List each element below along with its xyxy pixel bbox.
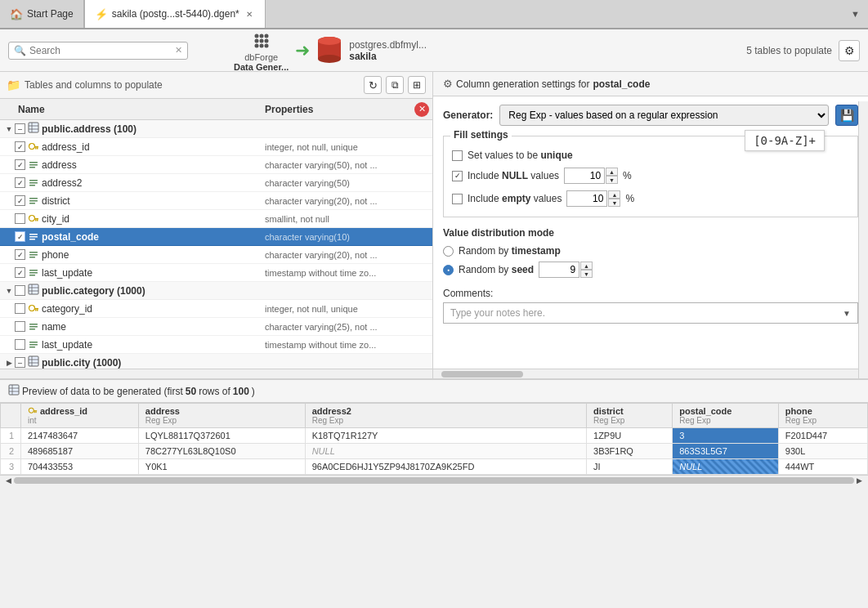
null-pct-down-btn[interactable]: ▼ bbox=[606, 176, 618, 184]
radio-seed[interactable]: ● bbox=[443, 265, 454, 275]
search-clear-icon[interactable]: ✕ bbox=[175, 45, 182, 56]
right-panel-hscroll[interactable] bbox=[433, 369, 868, 378]
checkbox-city[interactable]: – bbox=[15, 357, 25, 368]
checkbox-address-col[interactable]: ✓ bbox=[15, 159, 25, 170]
svg-rect-50 bbox=[35, 309, 37, 311]
checkbox-address-id[interactable]: ✓ bbox=[15, 141, 25, 152]
svg-point-65 bbox=[29, 408, 34, 413]
empty-pct-down-btn[interactable]: ▼ bbox=[608, 199, 620, 207]
row1-num: 1 bbox=[1, 428, 21, 444]
tab-sakila[interactable]: ⚡ sakila (postg...st-5440).dgen* ✕ bbox=[84, 0, 266, 28]
row-category-last-update[interactable]: last_update timestamp without time zo... bbox=[0, 336, 432, 354]
col-district-name: district bbox=[42, 195, 260, 207]
row2-address2: NULL bbox=[305, 444, 586, 459]
delete-all-btn[interactable]: ✕ bbox=[414, 102, 429, 117]
null-pct-input[interactable] bbox=[564, 168, 605, 184]
settings-btn[interactable]: ⚙ bbox=[839, 40, 860, 61]
radio-timestamp[interactable] bbox=[443, 246, 454, 257]
checkbox-include-null[interactable]: ✓ bbox=[452, 171, 463, 181]
generator-label: Generator: bbox=[443, 110, 493, 121]
checkbox-set-unique[interactable] bbox=[452, 150, 463, 161]
checkbox-cat-last-update[interactable] bbox=[15, 339, 25, 350]
set-unique-label: Set values to be unique bbox=[468, 150, 573, 161]
prev-scroll-left-btn[interactable]: ◀ bbox=[3, 476, 14, 485]
row-category-name[interactable]: name character varying(25), not ... bbox=[0, 318, 432, 336]
seed-up-btn[interactable]: ▲ bbox=[580, 262, 593, 270]
left-panel: 📁 Tables and columns to populate ↻ ⧉ ⊞ N… bbox=[0, 72, 433, 378]
table-icon-city bbox=[28, 355, 39, 369]
svg-rect-23 bbox=[29, 167, 35, 168]
row-address-id[interactable]: ✓ address_id integer, not null, unique bbox=[0, 138, 432, 156]
seed-input[interactable] bbox=[539, 262, 579, 278]
svg-rect-13 bbox=[29, 123, 38, 132]
checkbox-phone[interactable]: ✓ bbox=[15, 249, 25, 260]
copy-btn[interactable]: ⧉ bbox=[386, 76, 404, 94]
svg-rect-27 bbox=[29, 198, 38, 199]
search-input[interactable] bbox=[29, 45, 172, 56]
col-header-phone: phone Reg Exp bbox=[778, 404, 867, 428]
tab-start-page[interactable]: 🏠 Start Page bbox=[0, 0, 84, 28]
expand-city-btn[interactable]: ▶ bbox=[3, 357, 15, 369]
row1-address: LQYL88117Q372601 bbox=[138, 428, 305, 444]
col-category-id-props: integer, not null, unique bbox=[260, 304, 411, 314]
svg-point-8 bbox=[264, 43, 268, 47]
comments-dropdown-btn[interactable]: ▼ bbox=[843, 309, 851, 318]
checkbox-category-name[interactable] bbox=[15, 321, 25, 332]
copy2-btn[interactable]: ⊞ bbox=[408, 76, 426, 94]
row-postal-code[interactable]: ✓ postal_code character varying(10) bbox=[0, 228, 432, 246]
empty-pct-input[interactable] bbox=[566, 190, 607, 207]
checkbox-city-id[interactable] bbox=[15, 213, 25, 224]
seed-down-btn[interactable]: ▼ bbox=[580, 270, 593, 278]
row-category-id[interactable]: category_id integer, not null, unique bbox=[0, 300, 432, 318]
svg-point-47 bbox=[29, 305, 35, 311]
row-last-update[interactable]: ✓ last_update timestamp without time zo.… bbox=[0, 264, 432, 282]
row3-phone: 444WT bbox=[778, 459, 867, 475]
row-phone[interactable]: ✓ phone character varying(20), not ... bbox=[0, 246, 432, 264]
checkbox-address[interactable]: – bbox=[15, 123, 25, 134]
row-address[interactable]: ✓ address character varying(50), not ... bbox=[0, 156, 432, 174]
row2-num: 2 bbox=[1, 444, 21, 459]
svg-point-1 bbox=[259, 34, 263, 38]
checkbox-last-update[interactable]: ✓ bbox=[15, 267, 25, 278]
svg-rect-28 bbox=[29, 200, 38, 202]
generator-select[interactable]: Reg Exp - values based on a regular expr… bbox=[499, 105, 829, 126]
row1-address2: K18TQ71R127Y bbox=[305, 428, 586, 444]
group-row-address[interactable]: ▼ – public.address (100) bbox=[0, 120, 432, 138]
svg-rect-39 bbox=[29, 257, 35, 258]
svg-rect-25 bbox=[29, 182, 38, 184]
refresh-btn[interactable]: ↻ bbox=[364, 76, 382, 94]
tab-overflow-btn[interactable]: ▼ bbox=[843, 0, 868, 28]
preview-hscroll[interactable]: ◀ ▶ bbox=[0, 475, 868, 485]
checkbox-address2[interactable]: ✓ bbox=[15, 177, 25, 188]
expand-category-btn[interactable]: ▼ bbox=[3, 285, 15, 297]
tab-close-icon[interactable]: ✕ bbox=[244, 8, 255, 20]
group-row-city[interactable]: ▶ – public.city (1000) bbox=[0, 354, 432, 369]
checkbox-district[interactable]: ✓ bbox=[15, 195, 25, 206]
col-last-update-name: last_update bbox=[42, 267, 260, 279]
empty-pct-up-btn[interactable]: ▲ bbox=[608, 190, 620, 199]
prev-scroll-right-btn[interactable]: ▶ bbox=[854, 476, 865, 485]
left-scrollbar-h[interactable] bbox=[0, 369, 432, 378]
checkbox-include-empty[interactable] bbox=[452, 194, 463, 204]
expand-address-btn[interactable]: ▼ bbox=[3, 123, 15, 135]
comments-placeholder: Type your notes here. bbox=[450, 307, 843, 319]
row3-district: JI bbox=[587, 459, 673, 475]
right-panel-vscroll[interactable] bbox=[858, 101, 868, 378]
svg-point-11 bbox=[318, 55, 341, 63]
col-icon-cat-last-update bbox=[28, 339, 39, 351]
checkbox-category-id[interactable] bbox=[15, 303, 25, 314]
checkbox-postal-code[interactable]: ✓ bbox=[15, 231, 25, 242]
row2-phone: 930L bbox=[778, 444, 867, 459]
left-panel-title: Tables and columns to populate bbox=[25, 79, 360, 91]
checkbox-category[interactable] bbox=[15, 285, 25, 296]
row-address2[interactable]: ✓ address2 character varying(50) bbox=[0, 174, 432, 192]
null-pct-up-btn[interactable]: ▲ bbox=[606, 168, 618, 176]
left-panel-header: 📁 Tables and columns to populate ↻ ⧉ ⊞ bbox=[0, 72, 432, 99]
save-generator-btn[interactable]: 💾 bbox=[835, 105, 858, 126]
row-city-id[interactable]: city_id smallint, not null bbox=[0, 210, 432, 228]
svg-rect-51 bbox=[29, 324, 38, 325]
svg-rect-66 bbox=[34, 410, 37, 411]
row-district[interactable]: ✓ district character varying(20), not ..… bbox=[0, 192, 432, 210]
key-icon-address-id bbox=[28, 141, 39, 153]
group-row-category[interactable]: ▼ public.category (1000) bbox=[0, 282, 432, 300]
